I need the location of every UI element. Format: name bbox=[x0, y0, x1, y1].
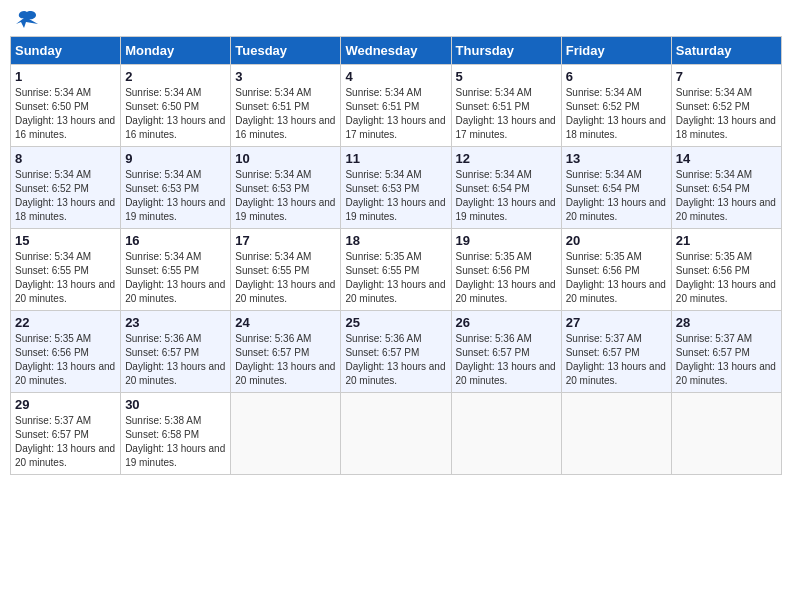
day-number: 24 bbox=[235, 315, 336, 330]
calendar-cell: 12 Sunrise: 5:34 AM Sunset: 6:54 PM Dayl… bbox=[451, 147, 561, 229]
calendar-cell bbox=[341, 393, 451, 475]
calendar-cell: 18 Sunrise: 5:35 AM Sunset: 6:55 PM Dayl… bbox=[341, 229, 451, 311]
calendar-cell: 7 Sunrise: 5:34 AM Sunset: 6:52 PM Dayli… bbox=[671, 65, 781, 147]
day-info: Sunrise: 5:34 AM Sunset: 6:55 PM Dayligh… bbox=[125, 250, 226, 306]
calendar-cell: 1 Sunrise: 5:34 AM Sunset: 6:50 PM Dayli… bbox=[11, 65, 121, 147]
calendar-cell: 24 Sunrise: 5:36 AM Sunset: 6:57 PM Dayl… bbox=[231, 311, 341, 393]
day-info: Sunrise: 5:34 AM Sunset: 6:50 PM Dayligh… bbox=[15, 86, 116, 142]
day-info: Sunrise: 5:35 AM Sunset: 6:56 PM Dayligh… bbox=[456, 250, 557, 306]
day-info: Sunrise: 5:36 AM Sunset: 6:57 PM Dayligh… bbox=[235, 332, 336, 388]
day-number: 5 bbox=[456, 69, 557, 84]
calendar-cell: 5 Sunrise: 5:34 AM Sunset: 6:51 PM Dayli… bbox=[451, 65, 561, 147]
day-info: Sunrise: 5:34 AM Sunset: 6:51 PM Dayligh… bbox=[235, 86, 336, 142]
calendar-cell: 28 Sunrise: 5:37 AM Sunset: 6:57 PM Dayl… bbox=[671, 311, 781, 393]
calendar-cell: 9 Sunrise: 5:34 AM Sunset: 6:53 PM Dayli… bbox=[121, 147, 231, 229]
calendar-cell bbox=[561, 393, 671, 475]
calendar-cell: 17 Sunrise: 5:34 AM Sunset: 6:55 PM Dayl… bbox=[231, 229, 341, 311]
day-number: 8 bbox=[15, 151, 116, 166]
day-info: Sunrise: 5:34 AM Sunset: 6:54 PM Dayligh… bbox=[456, 168, 557, 224]
calendar-cell: 29 Sunrise: 5:37 AM Sunset: 6:57 PM Dayl… bbox=[11, 393, 121, 475]
day-info: Sunrise: 5:35 AM Sunset: 6:56 PM Dayligh… bbox=[676, 250, 777, 306]
day-number: 9 bbox=[125, 151, 226, 166]
day-number: 1 bbox=[15, 69, 116, 84]
day-number: 12 bbox=[456, 151, 557, 166]
day-info: Sunrise: 5:34 AM Sunset: 6:53 PM Dayligh… bbox=[235, 168, 336, 224]
day-info: Sunrise: 5:34 AM Sunset: 6:54 PM Dayligh… bbox=[676, 168, 777, 224]
calendar-cell: 14 Sunrise: 5:34 AM Sunset: 6:54 PM Dayl… bbox=[671, 147, 781, 229]
day-info: Sunrise: 5:36 AM Sunset: 6:57 PM Dayligh… bbox=[125, 332, 226, 388]
day-info: Sunrise: 5:34 AM Sunset: 6:52 PM Dayligh… bbox=[15, 168, 116, 224]
bird-icon bbox=[16, 10, 38, 28]
calendar-cell: 13 Sunrise: 5:34 AM Sunset: 6:54 PM Dayl… bbox=[561, 147, 671, 229]
day-number: 15 bbox=[15, 233, 116, 248]
day-number: 14 bbox=[676, 151, 777, 166]
day-info: Sunrise: 5:34 AM Sunset: 6:52 PM Dayligh… bbox=[566, 86, 667, 142]
col-header-monday: Monday bbox=[121, 37, 231, 65]
day-info: Sunrise: 5:34 AM Sunset: 6:53 PM Dayligh… bbox=[125, 168, 226, 224]
calendar-cell: 21 Sunrise: 5:35 AM Sunset: 6:56 PM Dayl… bbox=[671, 229, 781, 311]
day-number: 13 bbox=[566, 151, 667, 166]
day-info: Sunrise: 5:34 AM Sunset: 6:52 PM Dayligh… bbox=[676, 86, 777, 142]
col-header-tuesday: Tuesday bbox=[231, 37, 341, 65]
day-number: 11 bbox=[345, 151, 446, 166]
day-number: 18 bbox=[345, 233, 446, 248]
calendar-cell bbox=[231, 393, 341, 475]
col-header-sunday: Sunday bbox=[11, 37, 121, 65]
day-info: Sunrise: 5:37 AM Sunset: 6:57 PM Dayligh… bbox=[15, 414, 116, 470]
calendar-cell: 10 Sunrise: 5:34 AM Sunset: 6:53 PM Dayl… bbox=[231, 147, 341, 229]
day-info: Sunrise: 5:34 AM Sunset: 6:51 PM Dayligh… bbox=[345, 86, 446, 142]
calendar-cell: 2 Sunrise: 5:34 AM Sunset: 6:50 PM Dayli… bbox=[121, 65, 231, 147]
col-header-wednesday: Wednesday bbox=[341, 37, 451, 65]
calendar-cell: 26 Sunrise: 5:36 AM Sunset: 6:57 PM Dayl… bbox=[451, 311, 561, 393]
calendar-cell: 30 Sunrise: 5:38 AM Sunset: 6:58 PM Dayl… bbox=[121, 393, 231, 475]
calendar-cell bbox=[451, 393, 561, 475]
calendar-cell bbox=[671, 393, 781, 475]
day-info: Sunrise: 5:34 AM Sunset: 6:53 PM Dayligh… bbox=[345, 168, 446, 224]
calendar-cell: 25 Sunrise: 5:36 AM Sunset: 6:57 PM Dayl… bbox=[341, 311, 451, 393]
day-info: Sunrise: 5:36 AM Sunset: 6:57 PM Dayligh… bbox=[345, 332, 446, 388]
day-number: 20 bbox=[566, 233, 667, 248]
day-info: Sunrise: 5:34 AM Sunset: 6:51 PM Dayligh… bbox=[456, 86, 557, 142]
day-number: 4 bbox=[345, 69, 446, 84]
calendar-cell: 11 Sunrise: 5:34 AM Sunset: 6:53 PM Dayl… bbox=[341, 147, 451, 229]
day-info: Sunrise: 5:37 AM Sunset: 6:57 PM Dayligh… bbox=[676, 332, 777, 388]
day-info: Sunrise: 5:34 AM Sunset: 6:55 PM Dayligh… bbox=[15, 250, 116, 306]
day-info: Sunrise: 5:37 AM Sunset: 6:57 PM Dayligh… bbox=[566, 332, 667, 388]
day-number: 28 bbox=[676, 315, 777, 330]
day-info: Sunrise: 5:35 AM Sunset: 6:56 PM Dayligh… bbox=[566, 250, 667, 306]
col-header-thursday: Thursday bbox=[451, 37, 561, 65]
day-number: 6 bbox=[566, 69, 667, 84]
calendar-cell: 16 Sunrise: 5:34 AM Sunset: 6:55 PM Dayl… bbox=[121, 229, 231, 311]
day-number: 22 bbox=[15, 315, 116, 330]
calendar-cell: 27 Sunrise: 5:37 AM Sunset: 6:57 PM Dayl… bbox=[561, 311, 671, 393]
day-number: 29 bbox=[15, 397, 116, 412]
header bbox=[10, 10, 782, 28]
day-number: 10 bbox=[235, 151, 336, 166]
calendar-cell: 23 Sunrise: 5:36 AM Sunset: 6:57 PM Dayl… bbox=[121, 311, 231, 393]
day-number: 26 bbox=[456, 315, 557, 330]
day-number: 7 bbox=[676, 69, 777, 84]
day-info: Sunrise: 5:34 AM Sunset: 6:54 PM Dayligh… bbox=[566, 168, 667, 224]
day-number: 17 bbox=[235, 233, 336, 248]
day-info: Sunrise: 5:34 AM Sunset: 6:55 PM Dayligh… bbox=[235, 250, 336, 306]
day-number: 19 bbox=[456, 233, 557, 248]
day-number: 16 bbox=[125, 233, 226, 248]
calendar-cell: 22 Sunrise: 5:35 AM Sunset: 6:56 PM Dayl… bbox=[11, 311, 121, 393]
calendar-cell: 4 Sunrise: 5:34 AM Sunset: 6:51 PM Dayli… bbox=[341, 65, 451, 147]
day-number: 27 bbox=[566, 315, 667, 330]
day-number: 23 bbox=[125, 315, 226, 330]
day-info: Sunrise: 5:35 AM Sunset: 6:56 PM Dayligh… bbox=[15, 332, 116, 388]
calendar-cell: 8 Sunrise: 5:34 AM Sunset: 6:52 PM Dayli… bbox=[11, 147, 121, 229]
calendar-cell: 20 Sunrise: 5:35 AM Sunset: 6:56 PM Dayl… bbox=[561, 229, 671, 311]
day-number: 25 bbox=[345, 315, 446, 330]
calendar-cell: 19 Sunrise: 5:35 AM Sunset: 6:56 PM Dayl… bbox=[451, 229, 561, 311]
calendar-cell: 15 Sunrise: 5:34 AM Sunset: 6:55 PM Dayl… bbox=[11, 229, 121, 311]
calendar-cell: 3 Sunrise: 5:34 AM Sunset: 6:51 PM Dayli… bbox=[231, 65, 341, 147]
day-number: 21 bbox=[676, 233, 777, 248]
day-number: 3 bbox=[235, 69, 336, 84]
calendar-table: SundayMondayTuesdayWednesdayThursdayFrid… bbox=[10, 36, 782, 475]
col-header-friday: Friday bbox=[561, 37, 671, 65]
day-info: Sunrise: 5:35 AM Sunset: 6:55 PM Dayligh… bbox=[345, 250, 446, 306]
calendar-cell: 6 Sunrise: 5:34 AM Sunset: 6:52 PM Dayli… bbox=[561, 65, 671, 147]
day-info: Sunrise: 5:38 AM Sunset: 6:58 PM Dayligh… bbox=[125, 414, 226, 470]
